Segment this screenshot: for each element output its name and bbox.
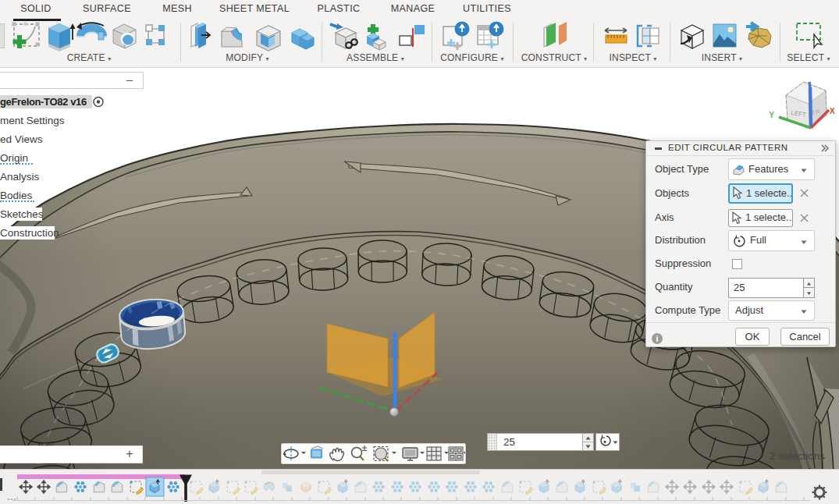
svg-text:X: X [830, 107, 835, 115]
svg-text:Y: Y [769, 111, 774, 119]
svg-text:2 selections: 2 selections [770, 450, 826, 462]
